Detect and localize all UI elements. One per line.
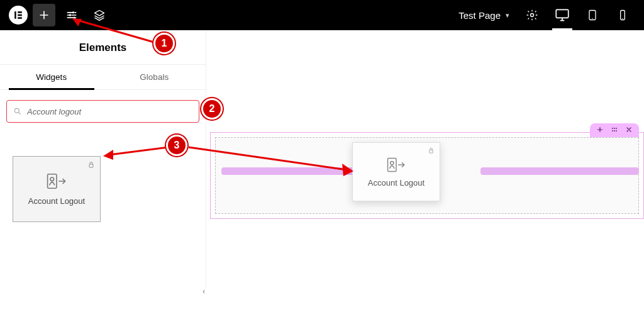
lock-icon	[428, 147, 435, 157]
svg-point-4	[72, 11, 74, 13]
svg-rect-2	[18, 14, 22, 16]
section-add-button[interactable]	[596, 126, 604, 135]
chevron-down-icon: ▾	[506, 11, 509, 20]
gear-icon	[526, 9, 538, 21]
annotation-arrow-1	[63, 14, 164, 52]
svg-marker-31	[342, 164, 353, 176]
close-icon	[625, 126, 633, 133]
svg-point-18	[614, 128, 615, 129]
responsive-desktop-button[interactable]	[548, 0, 576, 30]
svg-point-16	[50, 177, 54, 181]
annotation-step-2: 2	[201, 98, 223, 120]
svg-marker-27	[73, 19, 82, 26]
tablet-icon	[586, 9, 599, 21]
annotation-arrow-3-left	[101, 143, 176, 162]
svg-point-21	[614, 130, 615, 132]
page-settings-button[interactable]	[518, 0, 546, 30]
svg-rect-8	[556, 9, 569, 18]
page-title-text: Test Page	[458, 10, 501, 21]
page-selector[interactable]: Test Page ▾	[452, 10, 516, 21]
widget-account-logout[interactable]: Account Logout	[13, 156, 101, 222]
svg-line-26	[73, 19, 156, 43]
desktop-icon	[554, 7, 570, 23]
ghost-widget-label: Account Logout	[368, 178, 425, 187]
annotation-step-1: 1	[153, 33, 175, 54]
svg-point-12	[622, 18, 623, 19]
svg-point-17	[612, 128, 613, 129]
elementor-logo[interactable]	[9, 6, 28, 25]
svg-point-20	[612, 130, 613, 132]
grip-icon	[610, 126, 619, 133]
svg-marker-29	[103, 150, 113, 160]
logout-icon	[47, 172, 67, 190]
search-widget-input[interactable]	[27, 107, 192, 116]
svg-point-7	[531, 14, 534, 17]
logout-icon	[387, 157, 406, 173]
search-icon	[13, 107, 22, 116]
topbar-right: Test Page ▾	[452, 0, 644, 30]
svg-point-13	[14, 108, 19, 113]
tab-widgets[interactable]: Widgets	[0, 65, 103, 89]
svg-point-22	[616, 130, 617, 132]
section-delete-button[interactable]	[625, 126, 633, 135]
annotation-step-3: 3	[166, 135, 187, 156]
svg-rect-14	[89, 164, 93, 167]
responsive-mobile-button[interactable]	[609, 0, 636, 30]
plus-icon	[38, 9, 50, 21]
svg-point-10	[592, 18, 592, 19]
svg-line-28	[109, 147, 169, 155]
svg-point-19	[616, 128, 617, 129]
drop-indicator-right	[480, 167, 639, 175]
section-drag-handle[interactable]	[610, 126, 619, 135]
elementor-logo-icon	[12, 9, 25, 21]
add-widget-button[interactable]	[33, 4, 55, 26]
widget-label: Account Logout	[28, 196, 85, 206]
svg-rect-3	[18, 17, 22, 19]
plus-icon	[596, 126, 604, 133]
mobile-icon	[616, 9, 629, 21]
svg-rect-1	[18, 11, 22, 13]
annotation-arrow-3-right	[186, 142, 362, 180]
panel-tabs: Widgets Globals	[0, 64, 206, 90]
svg-line-30	[189, 147, 347, 170]
search-widget-wrap	[6, 100, 199, 123]
dragging-widget-ghost: Account Logout	[352, 142, 440, 201]
panel-collapse-handle[interactable]: ‹	[203, 286, 205, 296]
svg-rect-23	[430, 150, 433, 154]
tab-globals[interactable]: Globals	[103, 65, 206, 89]
svg-rect-0	[14, 11, 16, 19]
section-controls	[590, 123, 639, 137]
svg-point-25	[391, 161, 394, 164]
responsive-tablet-button[interactable]	[579, 0, 606, 30]
lock-icon	[87, 160, 95, 171]
